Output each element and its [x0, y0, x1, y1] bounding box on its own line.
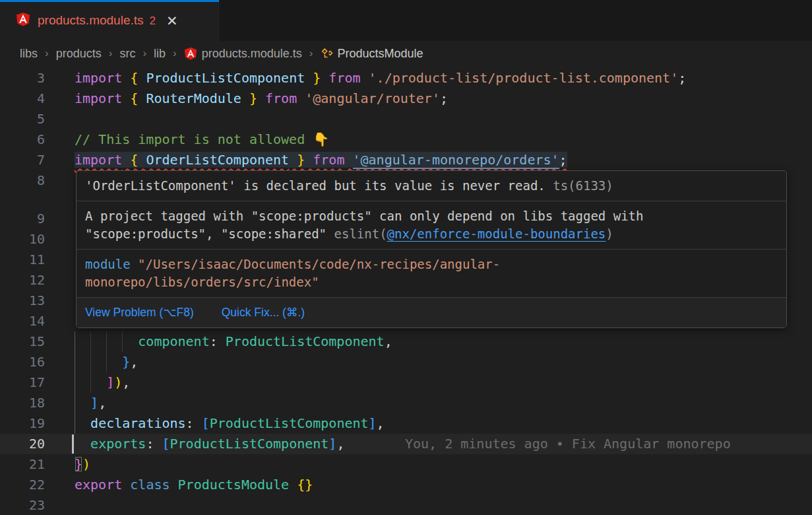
code-token: [122, 477, 130, 493]
line-number[interactable]: 17: [0, 372, 45, 393]
code-line-18[interactable]: 18 ],: [0, 393, 812, 413]
code-token: ProductListComponent: [210, 415, 369, 431]
line-number[interactable]: 15: [0, 331, 45, 352]
angular-icon: [184, 47, 197, 60]
code-line-5[interactable]: 5: [0, 109, 812, 129]
breadcrumb-item-productsmodule[interactable]: ProductsModule: [321, 47, 423, 61]
line-number[interactable]: 12: [0, 270, 45, 291]
code-line-16[interactable]: 16 },: [0, 352, 812, 372]
code-token: // This import is not allowed 👇: [75, 131, 329, 147]
line-number[interactable]: 13: [0, 291, 45, 311]
code-line-20[interactable]: 20 exports: [ProductListComponent],You, …: [0, 434, 812, 454]
breadcrumb-item-products[interactable]: products: [56, 47, 102, 61]
code-token: [138, 70, 146, 86]
tab-products-module[interactable]: products.module.ts 2 ✕: [0, 0, 219, 41]
line-number[interactable]: 9: [0, 209, 45, 229]
hover-ts-diagnostic: 'OrderListComponent' is declared but its…: [77, 171, 786, 201]
code-line-content[interactable]: declarations: [ProductListComponent],: [75, 413, 385, 434]
eslint-rule-link[interactable]: @nx/enforce-module-boundaries: [387, 226, 606, 241]
code-token: }: [313, 70, 321, 86]
breadcrumb-label: src: [119, 47, 135, 61]
code-token: exports: [90, 436, 146, 452]
code-line-content[interactable]: ],: [75, 393, 106, 413]
code-token: import: [75, 70, 122, 86]
code-token: [170, 477, 178, 493]
code-line-6[interactable]: 6// This import is not allowed 👇: [0, 129, 812, 150]
code-line-content[interactable]: import { RouterModule } from '@angular/r…: [75, 88, 448, 109]
line-number[interactable]: 20: [0, 434, 45, 454]
breadcrumb-label: products: [56, 47, 102, 61]
line-number[interactable]: 18: [0, 393, 45, 413]
code-line-content[interactable]: // This import is not allowed 👇: [75, 129, 329, 150]
code-line-content[interactable]: },: [75, 352, 138, 372]
line-number[interactable]: 22: [0, 475, 45, 495]
code-line-content[interactable]: import { ProductListComponent } from './…: [75, 68, 686, 88]
code-line-19[interactable]: 19 declarations: [ProductListComponent],: [0, 413, 812, 434]
hover-eslint-diagnostic: A project tagged with "scope:products" c…: [77, 201, 786, 249]
code-token: [: [202, 415, 210, 431]
code-token: }: [297, 152, 305, 168]
code-token: }: [122, 354, 130, 370]
breadcrumb-item-libs[interactable]: libs: [20, 47, 38, 61]
view-problem-action[interactable]: View Problem (⌥F8): [85, 304, 194, 322]
code-token: ,: [377, 415, 385, 431]
code-token: class: [130, 477, 170, 493]
code-line-content[interactable]: }): [75, 454, 90, 475]
code-line-content[interactable]: exports: [ProductListComponent],: [75, 434, 344, 454]
code-line-3[interactable]: 3import { ProductListComponent } from '.…: [0, 68, 812, 88]
code-token: from: [328, 70, 360, 86]
code-token: ProductListComponent: [170, 436, 329, 452]
line-number[interactable]: 6: [0, 129, 45, 150]
line-number[interactable]: 19: [0, 413, 45, 434]
code-token: :: [186, 415, 202, 431]
code-token: ,: [130, 354, 138, 370]
code-line-22[interactable]: 22export class ProductsModule {}: [0, 475, 812, 495]
git-blame-annotation: You, 2 minutes ago • Fix Angular monorep…: [405, 434, 731, 454]
code-token: ProductsModule: [178, 477, 290, 493]
code-token: import: [75, 152, 122, 168]
code-line-15[interactable]: 15 component: ProductListComponent,: [0, 331, 812, 352]
code-token: {}: [297, 477, 313, 493]
line-number[interactable]: 14: [0, 311, 45, 331]
line-number[interactable]: 7: [0, 150, 45, 170]
code-line-23[interactable]: 23: [0, 495, 812, 515]
breadcrumb-label: ProductsModule: [338, 47, 423, 61]
code-token: ,: [385, 333, 392, 349]
code-line-17[interactable]: 17 ]),: [0, 372, 812, 393]
hover-eslint-source-prefix: eslint(: [334, 226, 387, 241]
close-icon[interactable]: ✕: [166, 14, 178, 28]
code-token: [75, 354, 122, 370]
line-number[interactable]: 3: [0, 68, 45, 88]
line-number[interactable]: 11: [0, 250, 45, 270]
code-token: ,: [336, 436, 344, 452]
quick-fix-action[interactable]: Quick Fix... (⌘.): [222, 304, 305, 322]
code-token: ,: [122, 374, 130, 390]
line-number[interactable]: 21: [0, 454, 45, 475]
code-line-content[interactable]: export class ProductsModule {}: [75, 475, 313, 495]
hover-status-bar: View Problem (⌥F8) Quick Fix... (⌘.): [77, 297, 786, 327]
code-token: [75, 333, 138, 349]
line-number[interactable]: 16: [0, 352, 45, 372]
code-line-content[interactable]: component: ProductListComponent,: [75, 331, 392, 352]
hover-module-path-line2: monorepo/libs/orders/src/index": [85, 275, 319, 289]
code-token: [75, 374, 106, 390]
breadcrumb-separator: ›: [142, 47, 146, 60]
code-token: ;: [678, 70, 686, 86]
line-number[interactable]: 23: [0, 495, 45, 515]
line-number[interactable]: 4: [0, 88, 45, 109]
code-line-7[interactable]: 7import { OrderListComponent } from '@an…: [0, 150, 812, 170]
code-token: [297, 90, 305, 106]
code-line-21[interactable]: 21}): [0, 454, 812, 475]
code-token: RouterModule: [146, 90, 241, 106]
code-line-4[interactable]: 4import { RouterModule } from '@angular/…: [0, 88, 812, 109]
breadcrumb-item-src[interactable]: src: [119, 47, 135, 61]
breadcrumb-item-products-module-ts[interactable]: products.module.ts: [184, 47, 302, 61]
line-number[interactable]: 5: [0, 109, 45, 129]
line-number[interactable]: 8: [0, 170, 45, 191]
code-line-content[interactable]: import { OrderListComponent } from '@ang…: [75, 150, 567, 170]
code-token: [305, 70, 313, 86]
breadcrumb-item-lib[interactable]: lib: [154, 47, 166, 61]
hover-eslint-line1: A project tagged with "scope:products" c…: [85, 209, 643, 223]
code-line-content[interactable]: ]),: [75, 372, 130, 393]
line-number[interactable]: 10: [0, 229, 45, 250]
